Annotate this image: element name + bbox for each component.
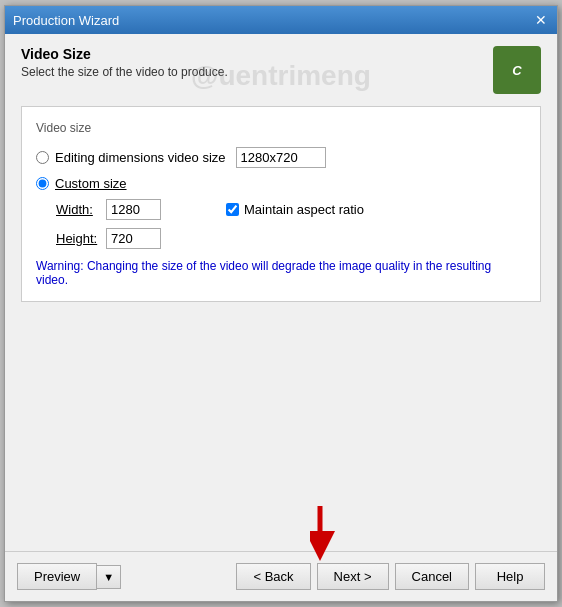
height-input[interactable] [106, 228, 161, 249]
editing-dimensions-label[interactable]: Editing dimensions video size [55, 150, 226, 165]
custom-size-label[interactable]: Custom size [55, 176, 127, 191]
maintain-aspect-row: Maintain aspect ratio [226, 202, 364, 217]
maintain-aspect-label[interactable]: Maintain aspect ratio [244, 202, 364, 217]
logo-letter: C [512, 63, 521, 78]
window-title: Production Wizard [13, 13, 119, 28]
close-button[interactable]: ✕ [533, 12, 549, 28]
editing-dimensions-row: Editing dimensions video size [36, 147, 526, 168]
footer-area: Preview ▼ < Back Next > Cancel Help [5, 551, 557, 601]
panel-title: Video size [36, 121, 526, 135]
app-logo: C [493, 46, 541, 94]
page-subtitle: Select the size of the video to produce. [21, 65, 493, 79]
custom-size-row: Custom size [36, 176, 526, 191]
help-button[interactable]: Help [475, 563, 545, 590]
maintain-aspect-checkbox[interactable] [226, 203, 239, 216]
page-title: Video Size [21, 46, 493, 62]
header-text: Video Size Select the size of the video … [21, 46, 493, 79]
video-size-panel: Video size Editing dimensions video size… [21, 106, 541, 302]
back-button[interactable]: < Back [236, 563, 310, 590]
custom-size-radio[interactable] [36, 177, 49, 190]
width-input[interactable] [106, 199, 161, 220]
width-label: Width: [56, 202, 106, 217]
warning-text: Warning: Changing the size of the video … [36, 259, 526, 287]
width-row: Width: Maintain aspect ratio [36, 199, 526, 220]
height-label: Height: [56, 231, 106, 246]
editing-dimensions-value[interactable] [236, 147, 326, 168]
editing-dimensions-radio[interactable] [36, 151, 49, 164]
preview-button[interactable]: Preview [17, 563, 97, 590]
cancel-button[interactable]: Cancel [395, 563, 469, 590]
main-window: Production Wizard ✕ Video Size Select th… [4, 5, 558, 602]
content-area: Video Size Select the size of the video … [5, 34, 557, 551]
footer-right: < Back Next > Cancel Help [236, 563, 545, 590]
header-section: Video Size Select the size of the video … [21, 46, 541, 94]
next-button[interactable]: Next > [317, 563, 389, 590]
preview-dropdown-button[interactable]: ▼ [97, 565, 121, 589]
height-row: Height: [36, 228, 526, 249]
title-bar: Production Wizard ✕ [5, 6, 557, 34]
footer-left: Preview ▼ [17, 563, 121, 590]
